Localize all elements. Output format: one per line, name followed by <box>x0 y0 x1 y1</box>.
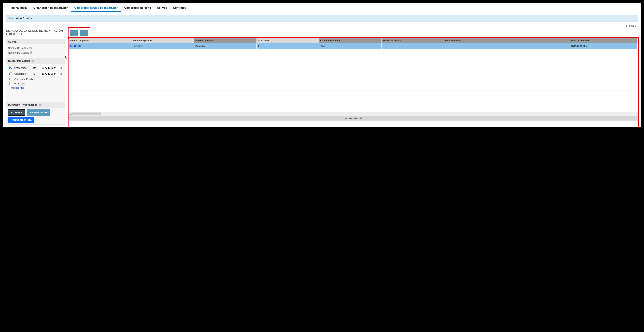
columns-button[interactable] <box>80 30 88 36</box>
svg-rect-1 <box>84 32 84 34</box>
collapse-sidebar-icon[interactable]: ❮ <box>64 55 67 59</box>
col-order-status[interactable]: Estado del pedido <box>132 38 194 43</box>
columns-icon <box>82 31 86 35</box>
table-lower-area <box>69 90 638 112</box>
cell-line-no: 1 <box>256 43 319 49</box>
account-header: Cuenta <box>6 39 64 44</box>
tab-assets[interactable]: Activos <box>154 4 170 12</box>
pager-next-icon[interactable]: ▶▶ <box>354 117 358 119</box>
scroll-left-icon[interactable]: ◀ <box>69 112 72 116</box>
tab-contracts[interactable]: Contratos <box>170 4 189 12</box>
page-title: ESTADO DE LA ORDEN DE REPARACIÓN E HISTO… <box>6 29 65 36</box>
horizontal-scrollbar[interactable]: ◀ ▶ <box>69 112 638 116</box>
cell-due-date: 07/11/2024 06:4 <box>569 43 638 49</box>
account-name-label: Nombre De La Cuenta <box>8 46 63 50</box>
info-icon[interactable]: i <box>32 60 34 62</box>
info-icon[interactable]: i <box>30 51 32 54</box>
label-on-hold: En Espera <box>14 82 63 85</box>
checkbox-quote-pending[interactable] <box>10 78 12 80</box>
svg-rect-0 <box>83 32 83 34</box>
checkbox-on-hold[interactable] <box>10 82 12 85</box>
svg-rect-2 <box>85 32 85 34</box>
status-filter-grid: Presentado De Cancelado A Cotización Pen… <box>6 64 64 86</box>
highlight-toolbar <box>68 27 90 39</box>
results-table: Número de pedido Estado del pedido Tipo … <box>69 38 638 49</box>
checkbox-submitted[interactable] <box>10 67 12 69</box>
custom-search-header: Búsqueda Personalizada i <box>6 102 64 108</box>
right-column: 1 - 8 de 8 <box>69 25 638 125</box>
cell-order-no[interactable]: XXXXXXX <box>69 43 132 49</box>
tab-check-repair-status[interactable]: Comprobar estado de reparación <box>71 4 121 12</box>
cell-ship-date <box>444 43 570 49</box>
tab-home[interactable]: Página inicial <box>6 4 30 12</box>
cell-detail-status: Open <box>319 43 382 49</box>
scroll-track[interactable] <box>72 112 635 116</box>
col-order-no[interactable]: Número de pedido <box>69 38 132 43</box>
table-header-row: Número de pedido Estado del pedido Tipo … <box>69 38 638 43</box>
account-number-row: Número De Cuenta i <box>8 50 63 55</box>
pager-bar: I◀ ◀◀ ▶▶ ▶I <box>69 116 638 120</box>
col-detail-status[interactable]: Estado de los detal <box>319 38 382 43</box>
download-button[interactable] <box>70 30 78 36</box>
search-by-status-label: Buscar Por Estado <box>8 59 30 62</box>
show-more-link[interactable]: Mostrar Más <box>11 86 24 89</box>
tab-create-order[interactable]: Crear orden de reparación <box>30 4 72 12</box>
content-area: ESTADO DE LA ORDEN DE REPARACIÓN E HISTO… <box>3 22 641 127</box>
table-empty-area <box>69 49 638 90</box>
accept-button[interactable]: ACEPTAR <box>8 109 25 116</box>
label-submitted: Presentado <box>14 67 32 69</box>
info-icon[interactable]: i <box>39 104 42 106</box>
custom-search-label: Búsqueda Personalizada <box>8 103 38 106</box>
app-frame: Página inicial Crear orden de reparación… <box>3 3 641 127</box>
pager-text: 1 - 8 de 8 <box>626 24 636 27</box>
top-nav: Página inicial Crear orden de reparación… <box>3 3 641 12</box>
pager-prev-icon[interactable]: ◀◀ <box>349 117 352 119</box>
col-coverage[interactable]: Tipo de Cobertura <box>194 38 256 43</box>
left-column: ESTADO DE LA ORDEN DE REPARACIÓN E HISTO… <box>6 25 65 125</box>
filter-panel: Cuenta Nombre De La Cuenta Número De Cue… <box>6 39 65 125</box>
scroll-right-icon[interactable]: ▶ <box>635 112 638 116</box>
cell-line-status <box>382 43 444 49</box>
col-line-status[interactable]: Estado de la línea <box>382 38 444 43</box>
label-quote-pending: Cotización Pendiente <box>14 78 63 80</box>
cell-coverage: Garantía <box>194 43 256 49</box>
col-due-date[interactable]: fecha de vencimie <box>569 38 638 43</box>
pager-last-icon[interactable]: ▶I <box>360 117 362 119</box>
download-icon <box>72 31 76 35</box>
cell-order-status: Submitted <box>132 43 194 49</box>
date-to-input[interactable] <box>41 72 63 76</box>
label-cancelled: Cancelado <box>14 73 32 75</box>
results-alert: Mostrando 8 datos. <box>6 15 638 22</box>
tab-check-entitlement[interactable]: Comprobar derecho <box>122 4 154 12</box>
results-table-wrap: Número de pedido Estado del pedido Tipo … <box>69 38 638 121</box>
help-button-row: NECESITO AYUDA <box>6 117 64 125</box>
reset-button[interactable]: RESTABLECER <box>27 109 50 116</box>
pager-first-icon[interactable]: I◀ <box>345 117 347 119</box>
checkbox-cancelled[interactable] <box>10 73 12 75</box>
col-ship-date[interactable]: Fecha de envío <box>444 38 570 43</box>
search-by-status-header: Buscar Por Estado i <box>6 58 64 64</box>
scroll-thumb[interactable] <box>72 113 101 115</box>
to-label: A <box>33 73 40 75</box>
account-number-label: Número De Cuenta <box>8 51 29 54</box>
col-line-no[interactable]: Nº de línea <box>256 38 319 43</box>
from-label: De <box>33 67 40 69</box>
table-row[interactable]: XXXXXXX Submitted Garantía 1 Open 07/11/… <box>69 43 638 49</box>
action-buttons-row: ACEPTAR RESTABLECER <box>6 108 64 117</box>
date-from-input[interactable] <box>41 66 63 70</box>
help-button[interactable]: NECESITO AYUDA <box>8 117 34 123</box>
